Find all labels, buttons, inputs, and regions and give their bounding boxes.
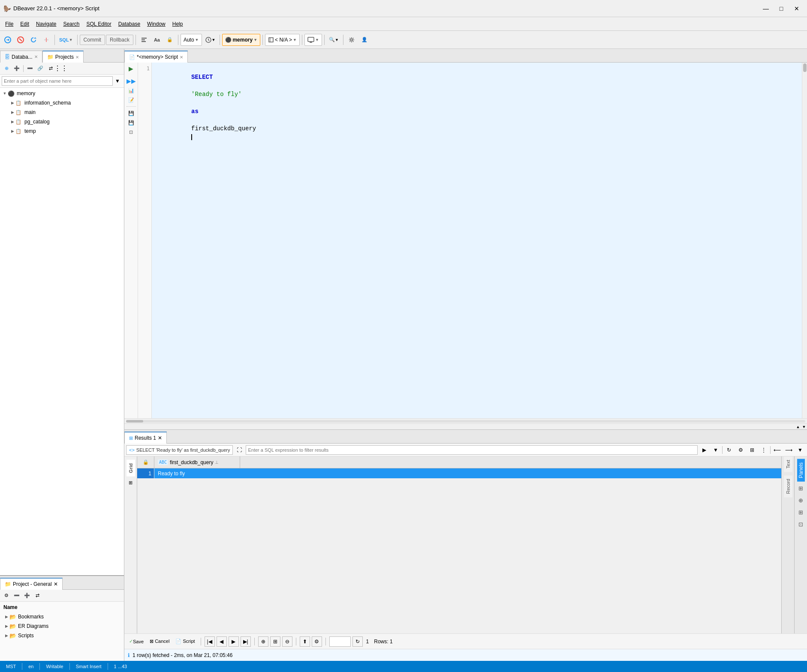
- search-button[interactable]: 🔍 ▼: [327, 33, 341, 46]
- run-script-icon[interactable]: 📝: [126, 95, 136, 105]
- database-tab-close[interactable]: ✕: [34, 54, 38, 59]
- tree-temp[interactable]: ▶ 📋 temp: [8, 126, 124, 136]
- nav-more-btn[interactable]: ▼: [795, 445, 805, 455]
- menu-sql-editor[interactable]: SQL Editor: [83, 19, 114, 29]
- project-refresh-btn[interactable]: ⇄: [33, 591, 42, 600]
- run-query-btn[interactable]: ▶: [127, 64, 136, 73]
- project-bookmarks[interactable]: ▶ 📂 Bookmarks: [2, 612, 122, 621]
- memory-script-tab[interactable]: 📄 *<memory> Script ✕: [124, 51, 188, 63]
- menu-file[interactable]: File: [2, 19, 17, 29]
- tree-pg-catalog[interactable]: ▶ 📋 pg_catalog: [8, 117, 124, 126]
- text-tab[interactable]: Text: [784, 456, 792, 472]
- prev-row-btn[interactable]: ◀: [217, 636, 227, 647]
- project-add-btn[interactable]: ➕: [22, 591, 32, 600]
- uppercase-button[interactable]: Aa: [151, 33, 163, 46]
- project-general-tab[interactable]: 📁 Project - General ✕: [0, 578, 63, 590]
- export-data-btn[interactable]: ⬆: [300, 636, 310, 647]
- results-settings-btn[interactable]: ⚙: [735, 445, 746, 455]
- format-button[interactable]: [138, 33, 150, 46]
- results-filter-input[interactable]: [246, 445, 698, 455]
- tree-main[interactable]: ▶ 📋 main: [8, 108, 124, 117]
- disconnect-button[interactable]: [15, 33, 27, 46]
- refresh-count-btn[interactable]: ↻: [352, 636, 363, 647]
- commit-button[interactable]: Commit: [80, 35, 105, 45]
- menu-edit[interactable]: Edit: [17, 19, 33, 29]
- menu-window[interactable]: Window: [144, 19, 169, 29]
- project-tab-close[interactable]: ✕: [54, 581, 58, 587]
- results-cancel-btn[interactable]: ⊠ Cancel: [148, 636, 172, 648]
- run-all-icon[interactable]: ▶▶: [126, 76, 136, 86]
- col-filter-icon[interactable]: ⊥: [215, 460, 219, 465]
- status-insert-mode[interactable]: Smart Insert: [73, 661, 104, 672]
- export-icon[interactable]: 💾: [126, 118, 136, 127]
- filter-icon-btn[interactable]: ▼: [113, 76, 122, 86]
- h-scroll-track[interactable]: [126, 420, 805, 423]
- copy-row-btn[interactable]: ⊞: [270, 636, 280, 647]
- panel-icon-4[interactable]: ⊡: [795, 519, 807, 530]
- auto-commit-dropdown[interactable]: Auto ▼: [181, 34, 202, 46]
- tree-information-schema[interactable]: ▶ 📋 information_schema: [8, 98, 124, 108]
- schema-dropdown[interactable]: < N/A > ▼: [265, 34, 300, 46]
- results-1-tab[interactable]: ⊞ Results 1 ✕: [124, 432, 167, 444]
- new-connection-btn[interactable]: ⊕: [2, 64, 11, 73]
- results-save-btn[interactable]: ✓ Save: [127, 636, 146, 648]
- panel-icon-1[interactable]: ⊞: [795, 483, 807, 494]
- invalid-button[interactable]: [40, 33, 52, 46]
- maximize-button[interactable]: □: [774, 3, 788, 15]
- dots-menu-btn[interactable]: ⋮⋮: [56, 64, 66, 73]
- status-writable[interactable]: Writable: [43, 661, 66, 672]
- history-button[interactable]: ▼: [203, 33, 218, 46]
- projects-tab-close[interactable]: ✕: [75, 55, 79, 60]
- lock-button[interactable]: 🔒: [164, 33, 176, 46]
- pg-catalog-expand[interactable]: ▶: [9, 120, 15, 124]
- scripts-expand[interactable]: ▶: [3, 633, 9, 638]
- main-expand[interactable]: ▶: [9, 110, 15, 114]
- record-tab[interactable]: Record: [784, 475, 792, 497]
- reconnect-button[interactable]: [27, 33, 39, 46]
- results-more-btn[interactable]: ⋮: [759, 445, 769, 455]
- panel-icon-3[interactable]: ⊞: [795, 507, 807, 518]
- add-row-btn[interactable]: ⊕: [258, 636, 268, 647]
- temp-expand[interactable]: ▶: [9, 129, 15, 133]
- panels-label[interactable]: Panels: [797, 459, 805, 482]
- filter-dropdown-btn[interactable]: ▼: [711, 445, 721, 455]
- close-button[interactable]: ✕: [790, 3, 804, 15]
- connect-button[interactable]: [2, 33, 14, 46]
- delete-row-btn[interactable]: ⊖: [282, 636, 292, 647]
- grid-icon[interactable]: ⊞: [125, 477, 136, 489]
- project-settings-btn[interactable]: ⚙: [2, 591, 11, 600]
- grid-tab[interactable]: Grid: [126, 460, 135, 477]
- menu-help[interactable]: Help: [169, 19, 187, 29]
- user-button[interactable]: 👤: [358, 33, 370, 46]
- nav-right-btn[interactable]: ⟶: [783, 445, 794, 455]
- nav-left-btn[interactable]: ⟵: [772, 445, 782, 455]
- last-row-btn[interactable]: ▶|: [241, 636, 251, 647]
- compare-icon[interactable]: ⊡: [126, 127, 136, 137]
- menu-database[interactable]: Database: [115, 19, 144, 29]
- explain-icon[interactable]: 📊: [126, 86, 136, 95]
- results-sql-preview[interactable]: <> SELECT 'Ready to fly' as first_duckdb…: [126, 445, 233, 455]
- rollback-button[interactable]: Rollback: [106, 35, 133, 45]
- project-er-diagrams[interactable]: ▶ 📂 ER Diagrams: [2, 621, 122, 631]
- results-script-btn[interactable]: 📄 Script: [173, 636, 197, 648]
- memory-expand-icon[interactable]: ▼: [2, 91, 8, 96]
- project-scripts[interactable]: ▶ 📂 Scripts: [2, 631, 122, 640]
- monitor-dropdown[interactable]: ▼: [304, 34, 322, 46]
- scroll-down-btn[interactable]: ▼: [801, 424, 807, 430]
- bookmarks-expand[interactable]: ▶: [3, 615, 9, 619]
- projects-tab[interactable]: 📁 Projects ✕: [42, 51, 84, 63]
- panel-icon-2[interactable]: ⊕: [795, 495, 807, 506]
- results-expand-btn[interactable]: ⛶: [234, 445, 244, 455]
- code-editor[interactable]: SELECT 'Ready to fly' as first_duckdb_qu…: [152, 63, 802, 418]
- status-mst[interactable]: MST: [3, 661, 18, 672]
- result-settings-btn[interactable]: ⚙: [312, 636, 322, 647]
- script-tab-close[interactable]: ✕: [180, 55, 183, 60]
- grid-icon-btn[interactable]: ⊞: [747, 445, 757, 455]
- scroll-up-btn[interactable]: ▲: [795, 424, 801, 430]
- tree-root-memory[interactable]: ▼ ⚫ memory: [0, 89, 124, 98]
- page-size-input[interactable]: 200: [329, 636, 351, 647]
- editor-h-scroll[interactable]: [124, 418, 807, 423]
- next-row-btn[interactable]: ▶: [229, 636, 239, 647]
- minimize-button[interactable]: —: [759, 3, 773, 15]
- er-expand[interactable]: ▶: [3, 624, 9, 628]
